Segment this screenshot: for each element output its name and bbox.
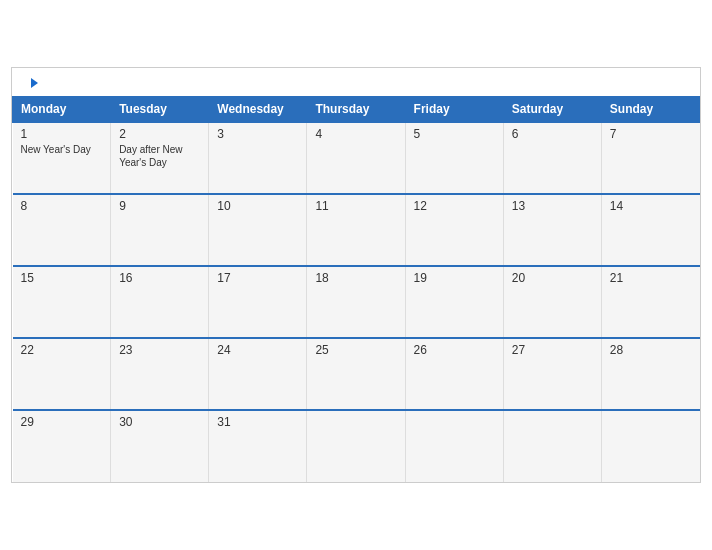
calendar-cell: 29 — [13, 410, 111, 482]
calendar-cell: 22 — [13, 338, 111, 410]
week-row-1: 891011121314 — [13, 194, 700, 266]
holiday-label: New Year's Day — [21, 143, 103, 156]
calendar-cell: 25 — [307, 338, 405, 410]
week-row-3: 22232425262728 — [13, 338, 700, 410]
calendar-cell: 17 — [209, 266, 307, 338]
calendar-cell: 9 — [111, 194, 209, 266]
day-number: 16 — [119, 271, 200, 285]
calendar-table: MondayTuesdayWednesdayThursdayFridaySatu… — [12, 96, 700, 482]
calendar-cell — [503, 410, 601, 482]
week-row-2: 15161718192021 — [13, 266, 700, 338]
day-number: 24 — [217, 343, 298, 357]
day-number: 29 — [21, 415, 103, 429]
calendar-cell: 30 — [111, 410, 209, 482]
weekday-header-monday: Monday — [13, 97, 111, 123]
calendar-cell — [307, 410, 405, 482]
day-number: 19 — [414, 271, 495, 285]
calendar-cell: 16 — [111, 266, 209, 338]
day-number: 31 — [217, 415, 298, 429]
day-number: 12 — [414, 199, 495, 213]
day-number: 25 — [315, 343, 396, 357]
calendar-cell: 10 — [209, 194, 307, 266]
week-row-0: 1New Year's Day2Day after New Year's Day… — [13, 122, 700, 194]
calendar-cell: 18 — [307, 266, 405, 338]
calendar-cell: 28 — [601, 338, 699, 410]
day-number: 6 — [512, 127, 593, 141]
calendar-cell: 13 — [503, 194, 601, 266]
logo-triangle-icon — [31, 78, 38, 88]
calendar-cell: 26 — [405, 338, 503, 410]
calendar-cell: 31 — [209, 410, 307, 482]
day-number: 18 — [315, 271, 396, 285]
weekday-header-row: MondayTuesdayWednesdayThursdayFridaySatu… — [13, 97, 700, 123]
weekday-header-sunday: Sunday — [601, 97, 699, 123]
calendar-cell: 2Day after New Year's Day — [111, 122, 209, 194]
calendar-cell: 1New Year's Day — [13, 122, 111, 194]
weekday-header-friday: Friday — [405, 97, 503, 123]
day-number: 5 — [414, 127, 495, 141]
day-number: 15 — [21, 271, 103, 285]
holiday-label: Day after New Year's Day — [119, 143, 200, 169]
weekday-header-thursday: Thursday — [307, 97, 405, 123]
calendar-cell — [405, 410, 503, 482]
calendar-cell: 12 — [405, 194, 503, 266]
week-row-4: 293031 — [13, 410, 700, 482]
day-number: 9 — [119, 199, 200, 213]
day-number: 4 — [315, 127, 396, 141]
calendar-cell: 4 — [307, 122, 405, 194]
calendar-cell: 3 — [209, 122, 307, 194]
day-number: 1 — [21, 127, 103, 141]
day-number: 20 — [512, 271, 593, 285]
calendar-cell: 15 — [13, 266, 111, 338]
weekday-header-tuesday: Tuesday — [111, 97, 209, 123]
calendar-header — [12, 68, 700, 96]
day-number: 13 — [512, 199, 593, 213]
calendar-cell: 7 — [601, 122, 699, 194]
calendar-cell: 27 — [503, 338, 601, 410]
day-number: 23 — [119, 343, 200, 357]
day-number: 28 — [610, 343, 692, 357]
calendar-cell: 6 — [503, 122, 601, 194]
day-number: 2 — [119, 127, 200, 141]
calendar-cell: 8 — [13, 194, 111, 266]
day-number: 7 — [610, 127, 692, 141]
day-number: 27 — [512, 343, 593, 357]
day-number: 17 — [217, 271, 298, 285]
day-number: 8 — [21, 199, 103, 213]
calendar-cell: 21 — [601, 266, 699, 338]
calendar-cell: 20 — [503, 266, 601, 338]
logo — [28, 78, 38, 88]
day-number: 10 — [217, 199, 298, 213]
day-number: 30 — [119, 415, 200, 429]
calendar-cell: 19 — [405, 266, 503, 338]
calendar-cell: 24 — [209, 338, 307, 410]
calendar-cell: 5 — [405, 122, 503, 194]
day-number: 21 — [610, 271, 692, 285]
logo-blue-row — [28, 78, 38, 88]
calendar-cell: 14 — [601, 194, 699, 266]
weekday-header-saturday: Saturday — [503, 97, 601, 123]
calendar-container: MondayTuesdayWednesdayThursdayFridaySatu… — [11, 67, 701, 483]
weekday-header-wednesday: Wednesday — [209, 97, 307, 123]
day-number: 11 — [315, 199, 396, 213]
day-number: 14 — [610, 199, 692, 213]
calendar-cell — [601, 410, 699, 482]
calendar-cell: 23 — [111, 338, 209, 410]
calendar-cell: 11 — [307, 194, 405, 266]
day-number: 3 — [217, 127, 298, 141]
day-number: 22 — [21, 343, 103, 357]
day-number: 26 — [414, 343, 495, 357]
